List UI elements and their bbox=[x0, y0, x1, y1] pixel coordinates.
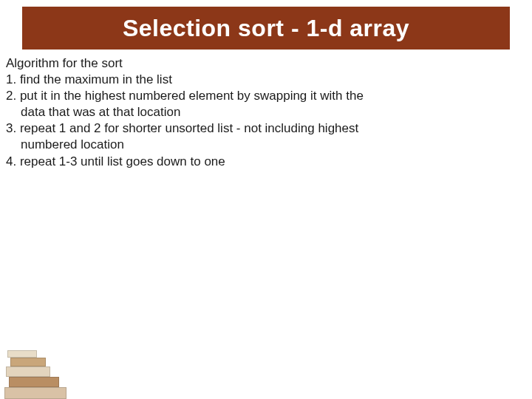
slide-title-bar: Selection sort - 1-d array bbox=[22, 7, 510, 50]
step-3-line-2: numbered location bbox=[6, 137, 523, 153]
step-4: 4. repeat 1-3 until list goes down to on… bbox=[6, 154, 523, 170]
book-icon bbox=[7, 350, 37, 358]
body-heading: Algorithm for the sort bbox=[6, 55, 523, 72]
slide-body: Algorithm for the sort 1. find the maxim… bbox=[6, 55, 523, 170]
step-3-line-1: 3. repeat 1 and 2 for shorter unsorted l… bbox=[6, 120, 523, 137]
step-2-line-1: 2. put it in the highest numbered elemen… bbox=[6, 88, 523, 104]
book-icon bbox=[6, 366, 50, 377]
slide-title: Selection sort - 1-d array bbox=[123, 15, 409, 42]
books-illustration bbox=[4, 347, 71, 399]
book-icon bbox=[4, 387, 66, 399]
book-icon bbox=[10, 358, 46, 366]
book-icon bbox=[9, 377, 59, 387]
step-1: 1. find the maximum in the list bbox=[6, 72, 523, 88]
step-2-line-2: data that was at that location bbox=[6, 104, 523, 120]
